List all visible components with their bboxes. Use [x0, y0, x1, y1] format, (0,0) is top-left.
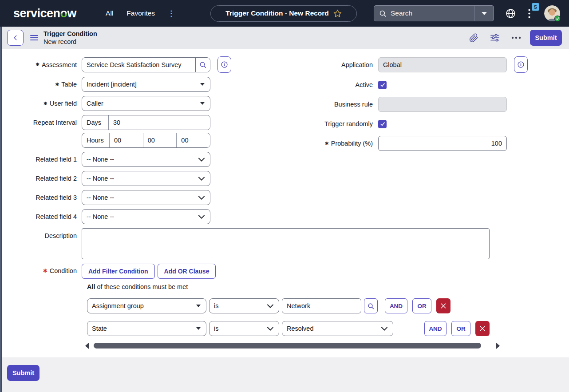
condition-1-field-select[interactable]: Assignment group	[87, 298, 206, 313]
form-context-menu-icon[interactable]	[30, 35, 38, 41]
search-icon	[367, 303, 374, 309]
assessment-info-button[interactable]	[217, 56, 231, 73]
scrollbar-thumb[interactable]	[94, 343, 481, 348]
chevron-down-icon	[198, 196, 205, 200]
trigger-randomly-checkbox[interactable]	[378, 120, 387, 128]
chevron-down-icon	[198, 177, 205, 181]
application-info-button[interactable]	[514, 56, 528, 73]
personalize-form-button[interactable]	[488, 32, 502, 44]
condition-1-delete-button[interactable]	[436, 298, 450, 313]
condition-2-field-select[interactable]: State	[87, 321, 206, 336]
trigger-randomly-label: Trigger randomly	[257, 120, 373, 127]
probability-input[interactable]	[378, 136, 507, 151]
application-readonly-field: Global	[378, 57, 507, 72]
back-button[interactable]	[7, 30, 24, 46]
chevron-down-icon	[267, 304, 273, 308]
nav-all[interactable]: All	[106, 9, 113, 17]
assessment-lookup-button[interactable]	[195, 58, 210, 72]
form-column-left: ✱Assessment ✱Table Incident [incident]	[18, 56, 257, 228]
condition-2-and-button[interactable]: AND	[424, 321, 447, 336]
favorite-star-icon[interactable]	[333, 9, 342, 18]
search-icon	[379, 10, 387, 17]
field-row-business-rule: Business rule	[257, 97, 569, 112]
add-or-clause-button[interactable]: Add OR Clause	[158, 264, 216, 279]
condition-1-and-button[interactable]: AND	[385, 298, 407, 313]
search-scope-dropdown[interactable]	[474, 6, 494, 21]
description-textarea[interactable]	[82, 228, 490, 259]
sliders-icon	[490, 33, 500, 42]
condition-row-2: State is Resolved AND OR	[87, 321, 569, 336]
form-header-bar: Trigger Condition New record Submit	[0, 27, 569, 49]
notification-badge[interactable]: 5	[532, 3, 539, 11]
scroll-left-arrow-icon[interactable]	[85, 343, 89, 349]
condition-2-value-select[interactable]: Resolved	[282, 321, 393, 336]
nav-more-menu-icon[interactable]: ⋮	[167, 9, 175, 18]
attachment-button[interactable]	[467, 32, 480, 44]
condition-1-or-button[interactable]: OR	[412, 298, 431, 313]
condition-2-delete-button[interactable]	[475, 321, 490, 336]
minutes-input[interactable]	[143, 133, 177, 147]
logo-text: servicen	[13, 7, 60, 20]
chevron-down-icon	[198, 158, 205, 162]
days-input[interactable]	[109, 115, 210, 130]
business-rule-label: Business rule	[257, 101, 373, 108]
related-field-4-select[interactable]: -- None --	[82, 209, 210, 224]
table-value: Incident [incident]	[87, 81, 200, 88]
condition-2-or-button[interactable]: OR	[451, 321, 470, 336]
collapsed-nav-edge[interactable]	[0, 27, 2, 392]
current-record-pill[interactable]: Trigger Condition - New Record	[210, 5, 357, 22]
required-icon: ✱	[36, 62, 40, 67]
field-row-probability: ✱Probability (%)	[257, 136, 569, 151]
more-options-icon[interactable]	[510, 35, 523, 41]
related-field-2-value: -- None --	[87, 175, 198, 182]
close-icon	[479, 325, 486, 332]
user-field-select[interactable]: Caller	[82, 96, 210, 111]
condition-1-lookup-button[interactable]	[364, 298, 378, 313]
related-field-4-value: -- None --	[87, 213, 198, 220]
submit-button-bottom[interactable]: Submit	[7, 365, 40, 381]
check-icon	[380, 121, 385, 127]
condition-2-operator-select[interactable]: is	[209, 321, 279, 336]
user-more-menu-icon[interactable]: 5	[528, 7, 534, 20]
servicenow-logo[interactable]: servicenow	[13, 7, 76, 20]
field-row-assessment: ✱Assessment	[18, 56, 257, 73]
submit-button-top[interactable]: Submit	[530, 30, 562, 46]
scroll-right-arrow-icon[interactable]	[496, 343, 500, 349]
application-label: Application	[257, 61, 373, 68]
nav-favorites[interactable]: Favorites	[126, 9, 155, 17]
close-icon	[440, 303, 447, 309]
assessment-input[interactable]	[82, 58, 195, 72]
condition-builder: Add Filter Condition Add OR Clause All o…	[82, 264, 569, 350]
related-field-3-select[interactable]: -- None --	[82, 190, 210, 205]
add-filter-condition-button[interactable]: Add Filter Condition	[82, 264, 155, 279]
related-field-1-select[interactable]: -- None --	[82, 152, 210, 167]
field-row-table: ✱Table Incident [incident]	[18, 77, 257, 92]
related-field-4-label: Related field 4	[18, 213, 77, 220]
paperclip-icon	[469, 33, 478, 43]
field-row-repeat-days: Repeat Interval Days	[18, 115, 257, 130]
user-avatar[interactable]	[544, 5, 560, 21]
days-label: Days	[82, 115, 109, 130]
logo-text-end: w	[67, 7, 77, 20]
related-field-1-value: -- None --	[87, 156, 198, 163]
field-row-related-3: Related field 3 -- None --	[18, 190, 257, 205]
page-subtitle: New record	[43, 38, 97, 46]
hours-input[interactable]	[110, 133, 143, 147]
condition-1-value-input[interactable]	[282, 298, 361, 313]
related-field-3-value: -- None --	[87, 194, 198, 201]
chevron-down-icon	[267, 327, 273, 331]
required-icon: ✱	[55, 82, 59, 87]
condition-2-value: Resolved	[287, 325, 381, 332]
table-select[interactable]: Incident [incident]	[82, 77, 210, 92]
seconds-input[interactable]	[176, 133, 210, 147]
active-checkbox[interactable]	[378, 81, 387, 89]
chevron-left-icon	[12, 35, 19, 41]
related-field-3-label: Related field 3	[18, 194, 77, 201]
globe-icon[interactable]	[505, 8, 516, 19]
assessment-label: ✱Assessment	[18, 61, 77, 68]
related-field-2-select[interactable]: -- None --	[82, 171, 210, 186]
scrollbar-track[interactable]	[93, 343, 492, 348]
field-row-application: Application Global	[257, 56, 569, 73]
condition-1-operator-select[interactable]: is	[209, 298, 279, 313]
global-search-input[interactable]	[391, 9, 474, 17]
